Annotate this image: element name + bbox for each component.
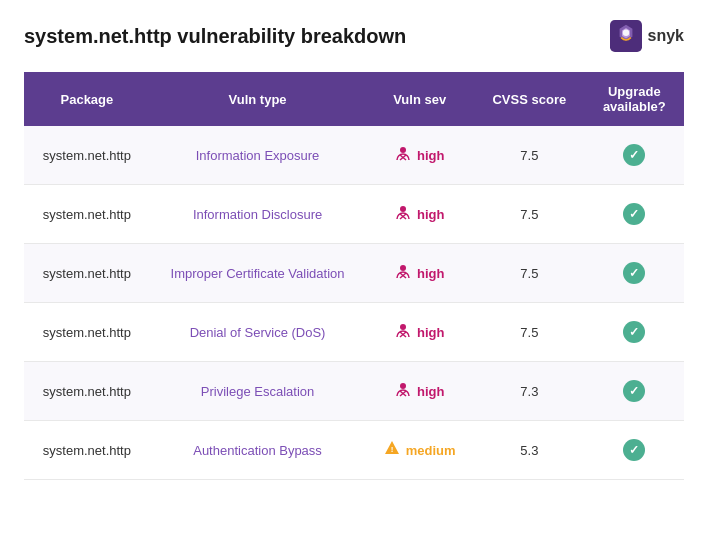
vuln-type-cell[interactable]: Information Disclosure [150, 185, 366, 244]
high-severity-icon [395, 264, 411, 283]
vuln-type-cell[interactable]: Privilege Escalation [150, 362, 366, 421]
vuln-type-cell[interactable]: Authentication Bypass [150, 421, 366, 480]
table-row: system.net.httpDenial of Service (DoS)hi… [24, 303, 684, 362]
cvss-score-cell: 7.5 [474, 244, 585, 303]
svg-point-11 [400, 324, 406, 330]
col-package: Package [24, 72, 150, 126]
upgrade-cell: ✓ [585, 362, 684, 421]
high-severity-icon [395, 146, 411, 165]
page-header: system.net.http vulnerability breakdown … [24, 20, 684, 52]
upgrade-cell: ✓ [585, 185, 684, 244]
svg-point-1 [622, 30, 628, 36]
upgrade-available-icon: ✓ [623, 439, 645, 461]
high-severity-icon [395, 323, 411, 342]
col-cvss-score: CVSS score [474, 72, 585, 126]
vuln-sev-cell: !medium [365, 421, 474, 480]
high-severity-icon [395, 205, 411, 224]
severity-label: high [417, 384, 444, 399]
vuln-type-link[interactable]: Improper Certificate Validation [171, 266, 345, 281]
upgrade-available-icon: ✓ [623, 380, 645, 402]
col-vuln-type: Vuln type [150, 72, 366, 126]
upgrade-available-icon: ✓ [623, 203, 645, 225]
vuln-type-link[interactable]: Privilege Escalation [201, 384, 314, 399]
package-cell: system.net.http [24, 421, 150, 480]
page-title: system.net.http vulnerability breakdown [24, 25, 406, 48]
vuln-type-link[interactable]: Denial of Service (DoS) [190, 325, 326, 340]
upgrade-available-icon: ✓ [623, 144, 645, 166]
table-row: system.net.httpInformation Exposurehigh7… [24, 126, 684, 185]
vuln-sev-cell: high [365, 185, 474, 244]
svg-text:!: ! [390, 445, 393, 454]
vuln-type-link[interactable]: Information Disclosure [193, 207, 322, 222]
table-row: system.net.httpPrivilege Escalationhigh7… [24, 362, 684, 421]
upgrade-available-icon: ✓ [623, 321, 645, 343]
vuln-type-cell[interactable]: Improper Certificate Validation [150, 244, 366, 303]
medium-severity-icon: ! [384, 440, 400, 460]
upgrade-cell: ✓ [585, 126, 684, 185]
svg-point-8 [400, 265, 406, 271]
vuln-type-link[interactable]: Information Exposure [196, 148, 320, 163]
col-upgrade: Upgradeavailable? [585, 72, 684, 126]
table-row: system.net.httpInformation Disclosurehig… [24, 185, 684, 244]
package-cell: system.net.http [24, 362, 150, 421]
vuln-sev-cell: high [365, 126, 474, 185]
severity-label: high [417, 325, 444, 340]
vuln-sev-cell: high [365, 244, 474, 303]
cvss-score-cell: 5.3 [474, 421, 585, 480]
severity-label: medium [406, 443, 456, 458]
svg-point-5 [400, 206, 406, 212]
vulnerability-table: Package Vuln type Vuln sev CVSS score Up… [24, 72, 684, 480]
col-vuln-sev: Vuln sev [365, 72, 474, 126]
upgrade-available-icon: ✓ [623, 262, 645, 284]
vuln-sev-cell: high [365, 362, 474, 421]
svg-point-2 [400, 147, 406, 153]
severity-label: high [417, 266, 444, 281]
package-cell: system.net.http [24, 126, 150, 185]
upgrade-cell: ✓ [585, 303, 684, 362]
cvss-score-cell: 7.5 [474, 126, 585, 185]
vuln-sev-cell: high [365, 303, 474, 362]
snyk-logo: snyk [610, 20, 684, 52]
vuln-type-cell[interactable]: Denial of Service (DoS) [150, 303, 366, 362]
snyk-text: snyk [648, 27, 684, 45]
cvss-score-cell: 7.5 [474, 303, 585, 362]
vuln-type-link[interactable]: Authentication Bypass [193, 443, 322, 458]
cvss-score-cell: 7.3 [474, 362, 585, 421]
upgrade-cell: ✓ [585, 244, 684, 303]
svg-point-14 [400, 383, 406, 389]
vuln-type-cell[interactable]: Information Exposure [150, 126, 366, 185]
package-cell: system.net.http [24, 185, 150, 244]
table-row: system.net.httpAuthentication Bypass!med… [24, 421, 684, 480]
severity-label: high [417, 148, 444, 163]
upgrade-cell: ✓ [585, 421, 684, 480]
package-cell: system.net.http [24, 244, 150, 303]
snyk-icon [610, 20, 642, 52]
table-row: system.net.httpImproper Certificate Vali… [24, 244, 684, 303]
cvss-score-cell: 7.5 [474, 185, 585, 244]
package-cell: system.net.http [24, 303, 150, 362]
high-severity-icon [395, 382, 411, 401]
severity-label: high [417, 207, 444, 222]
table-header-row: Package Vuln type Vuln sev CVSS score Up… [24, 72, 684, 126]
